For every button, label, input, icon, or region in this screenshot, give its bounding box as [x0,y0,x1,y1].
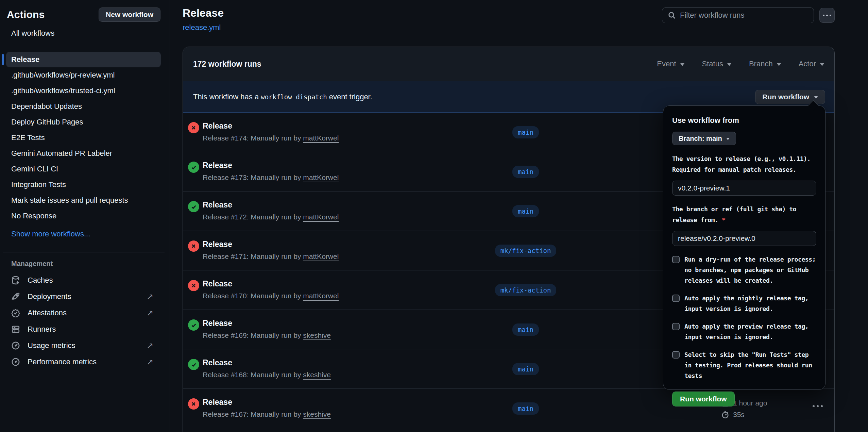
workflow-item-label: .github/workflows/pr-review.yml [11,71,115,80]
checkbox[interactable] [672,295,680,302]
chevron-down-icon [820,63,824,66]
sidebar-workflow-item[interactable]: Mark stale issues and pull requests [6,193,161,208]
check-icon [191,164,197,170]
x-icon [191,125,197,131]
sidebar-workflow-item[interactable]: Dependabot Updates [6,99,161,114]
sidebar-workflow-item[interactable]: Integration Tests [6,177,161,193]
sidebar-workflow-item[interactable]: No Response [6,208,161,224]
server-icon [11,325,20,334]
management-item-label: Performance metrics [28,358,97,366]
chevron-down-icon [680,63,684,66]
banner-text: This workflow has aworkflow_dispatcheven… [193,93,372,101]
actor-link[interactable]: skeshive [303,331,331,339]
sidebar-workflow-item[interactable]: Release [6,52,161,67]
checkbox[interactable] [672,256,680,263]
branch-badge[interactable]: mk/fix-action [495,284,557,296]
actor-link[interactable]: mattKorwel [303,252,339,260]
filter-dropdown[interactable]: Actor [799,60,824,68]
actor-link[interactable]: mattKorwel [303,134,339,142]
branch-badge[interactable]: main [512,126,539,138]
selected-indicator [2,54,4,65]
x-icon [191,401,197,407]
sidebar-workflow-item[interactable]: Show more workflows... [6,226,161,242]
run-title[interactable]: Release [203,200,232,210]
sidebar-item-usage-metrics[interactable]: Usage metrics ↗ [6,337,161,354]
ref-input[interactable] [672,231,816,246]
sidebar-workflow-item[interactable]: E2E Tests [6,130,161,146]
new-workflow-button[interactable]: New workflow [99,7,160,22]
sidebar-item-performance-metrics[interactable]: Performance metrics ↗ [6,354,161,370]
sidebar-item-runners[interactable]: Runners [6,321,161,337]
chevron-down-icon [727,63,731,66]
run-subtitle: Release #171: Manually run by mattKorwel [203,252,339,261]
status-icon [188,359,199,370]
filter-workflow-runs-input[interactable] [680,11,808,20]
sidebar-workflow-item[interactable]: .github/workflows/trusted-ci.yml [6,83,161,99]
run-title[interactable]: Release [203,240,232,249]
sidebar-item-caches[interactable]: Caches [6,272,161,288]
filter-dropdown-label: Actor [799,60,816,68]
chevron-down-icon [814,96,818,99]
actions-page: Actions New workflow All workflows Relea… [0,0,868,432]
run-title[interactable]: Release [203,358,232,367]
workflow-file-link[interactable]: release.yml [183,23,221,32]
workflow-item-label: Integration Tests [11,180,66,189]
meter-icon [11,358,20,366]
filter-dropdown[interactable]: Event [657,60,684,68]
run-title[interactable]: Release [203,121,232,131]
run-title[interactable]: Release [203,319,232,328]
checkbox-option: Auto apply the preview release tag, inpu… [672,321,816,342]
sidebar-workflow-item[interactable]: Deploy GitHub Pages [6,114,161,130]
filter-dropdown-label: Branch [749,60,773,68]
sidebar-workflow-item[interactable]: Gemini Automated PR Labeler [6,146,161,161]
actor-link[interactable]: mattKorwel [303,292,339,300]
run-title[interactable]: Release [203,161,232,170]
check-icon [191,362,197,368]
filter-dropdown[interactable]: Status [702,60,731,68]
sidebar-workflow-item[interactable]: .github/workflows/pr-review.yml [6,67,161,83]
workflow-item-label: No Response [11,212,56,220]
run-title[interactable]: Release [203,279,232,288]
status-icon [188,280,199,291]
checkbox[interactable] [672,323,680,330]
status-icon [188,162,199,173]
filter-dropdown[interactable]: Branch [749,60,781,68]
branch-badge[interactable]: main [512,323,539,336]
run-subtitle: Release #167: Manually run by skeshive [203,410,331,418]
checkbox[interactable] [672,351,680,359]
actor-link[interactable]: skeshive [303,410,331,418]
branch-badge[interactable]: main [512,402,539,415]
ref-description: The branch or ref (full git sha) to rele… [672,204,820,226]
actor-link[interactable]: mattKorwel [303,213,339,221]
management-item-label: Attestations [28,309,67,317]
management-item-label: Caches [28,276,53,285]
branch-badge[interactable]: mk/fix-action [495,245,557,257]
version-description: The version to release (e.g., v0.1.11). … [672,153,820,175]
checkbox-label: Auto apply the nightly release tag, inpu… [684,293,816,314]
branch-badge[interactable]: main [512,166,539,178]
sidebar-item-all-workflows[interactable]: All workflows [11,29,54,38]
branch-badge[interactable]: main [512,363,539,375]
external-link-icon: ↗ [147,341,153,350]
status-icon [188,319,199,331]
actor-link[interactable]: mattKorwel [303,173,339,181]
status-icon [188,122,199,133]
run-workflow-submit-button[interactable]: Run workflow [672,392,735,406]
branch-badge[interactable]: main [512,205,539,217]
workflow-item-label: Gemini CLI CI [11,165,58,173]
run-filters: Event Status Branch Actor [657,60,824,68]
workflow-item-label: Show more workflows... [11,230,90,238]
runs-count: 172 workflow runs [193,60,261,69]
sidebar-item-attestations[interactable]: Attestations ↗ [6,305,161,321]
sidebar-item-deployments[interactable]: Deployments ↗ [6,288,161,305]
version-input[interactable] [672,181,816,196]
page-title: Actions [7,9,45,20]
rocket-icon [11,292,20,301]
external-link-icon: ↗ [147,308,153,318]
actor-link[interactable]: skeshive [303,371,331,379]
branch-selector[interactable]: Branch: main [672,132,736,145]
workflow-options-button[interactable] [819,8,835,23]
sidebar-workflow-item[interactable]: Gemini CLI CI [6,161,161,177]
management-item-label: Deployments [28,292,71,301]
run-title[interactable]: Release [203,398,232,407]
